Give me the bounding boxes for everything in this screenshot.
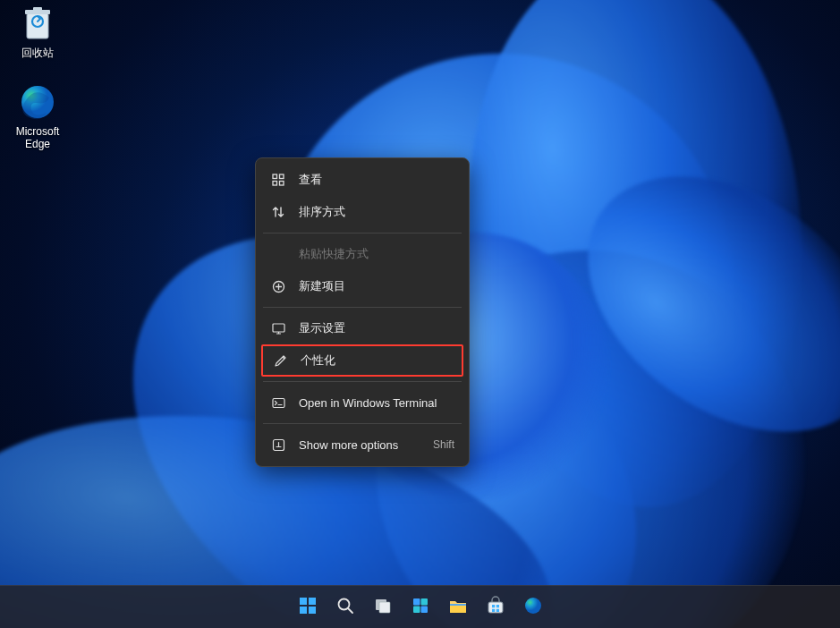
sort-icon (270, 204, 286, 220)
desktop-icon-label: Microsoft Edge (4, 125, 72, 150)
menu-item-view[interactable]: 查看 (259, 164, 465, 196)
folder-icon (448, 596, 468, 619)
display-icon (270, 320, 286, 336)
menu-item-label: 查看 (299, 172, 322, 188)
menu-item-show-more[interactable]: Show more options Shift (259, 429, 465, 461)
svg-rect-4 (273, 174, 277, 179)
svg-rect-2 (33, 7, 42, 11)
menu-item-open-terminal[interactable]: Open in Windows Terminal (259, 386, 465, 419)
menu-item-sort[interactable]: 排序方式 (259, 196, 465, 228)
pencil-icon (272, 352, 288, 369)
svg-rect-5 (280, 174, 284, 179)
menu-item-label: Open in Windows Terminal (299, 396, 437, 410)
blank-icon (270, 246, 286, 262)
menu-item-paste-shortcut: 粘贴快捷方式 (259, 238, 465, 270)
taskview-icon (373, 596, 393, 619)
desktop-context-menu: 查看 排序方式 粘贴快捷方式 新建项目 显示设置 (255, 157, 470, 467)
terminal-icon (270, 395, 286, 411)
svg-point-30 (525, 598, 541, 614)
svg-rect-20 (420, 598, 428, 606)
search-icon (335, 596, 355, 619)
taskbar-widgets-button[interactable] (403, 590, 438, 625)
desktop-icon-recycle-bin[interactable]: 回收站 (4, 4, 72, 59)
svg-rect-25 (488, 602, 503, 613)
svg-rect-28 (492, 608, 495, 611)
menu-separator (263, 423, 462, 424)
svg-rect-9 (273, 324, 284, 332)
svg-rect-15 (309, 607, 316, 614)
taskbar-store-button[interactable] (478, 590, 513, 625)
widgets-icon (411, 596, 430, 619)
menu-separator (263, 307, 462, 308)
svg-rect-24 (450, 604, 466, 606)
plus-circle-icon (270, 278, 286, 294)
menu-item-personalize[interactable]: 个性化 (263, 346, 462, 375)
svg-rect-12 (300, 598, 307, 605)
menu-item-label: 显示设置 (299, 320, 345, 336)
menu-item-label: 排序方式 (299, 204, 345, 220)
menu-separator (263, 233, 462, 233)
taskbar-file-explorer-button[interactable] (440, 590, 476, 625)
desktop-icon-edge[interactable]: Microsoft Edge (4, 82, 72, 150)
svg-rect-29 (496, 608, 498, 611)
menu-item-label: Show more options (299, 438, 398, 452)
edge-icon (523, 596, 543, 619)
desktop-icon-label: 回收站 (4, 47, 72, 59)
taskbar-search-button[interactable] (327, 590, 363, 625)
svg-rect-22 (420, 606, 428, 613)
recycle-bin-icon (4, 4, 72, 43)
taskbar (0, 585, 840, 628)
svg-rect-10 (273, 398, 284, 407)
windows-start-icon (298, 596, 318, 619)
menu-item-label: 个性化 (301, 352, 335, 369)
svg-rect-27 (496, 605, 498, 607)
svg-rect-6 (273, 182, 277, 186)
menu-separator (263, 381, 462, 382)
svg-rect-26 (492, 605, 495, 607)
svg-rect-18 (379, 602, 390, 613)
svg-rect-7 (280, 182, 284, 186)
svg-rect-14 (300, 607, 307, 614)
taskbar-taskview-button[interactable] (365, 590, 401, 625)
taskbar-start-button[interactable] (290, 590, 326, 625)
grid-icon (270, 172, 286, 188)
svg-rect-19 (413, 598, 420, 606)
menu-item-display-settings[interactable]: 显示设置 (259, 312, 465, 344)
menu-item-new[interactable]: 新建项目 (259, 270, 465, 302)
menu-item-shortcut: Shift (433, 438, 454, 451)
edge-icon (4, 82, 72, 122)
menu-item-highlight: 个性化 (261, 344, 463, 377)
taskbar-edge-button[interactable] (515, 590, 551, 625)
svg-rect-13 (309, 598, 316, 605)
menu-item-label: 粘贴快捷方式 (299, 246, 369, 262)
menu-item-label: 新建项目 (299, 278, 345, 294)
more-options-icon (270, 437, 286, 453)
store-icon (486, 596, 505, 619)
svg-rect-21 (413, 606, 420, 613)
